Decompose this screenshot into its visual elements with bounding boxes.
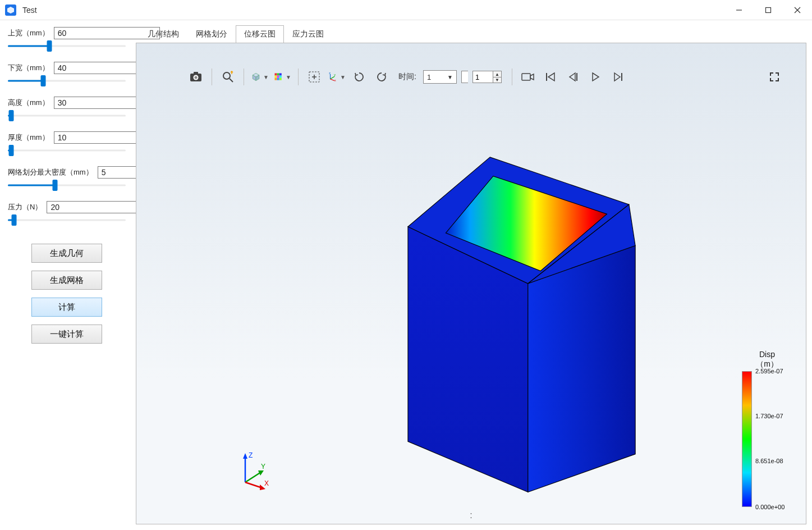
frame-prefix-box — [461, 71, 468, 83]
svg-rect-11 — [194, 72, 198, 74]
tab[interactable]: 网格划分 — [187, 25, 236, 43]
frame-spinner[interactable]: ▲ ▼ — [472, 71, 502, 83]
display-mode-icon[interactable]: ▼ — [251, 68, 269, 86]
first-frame-icon[interactable] — [542, 68, 559, 86]
zoom-auto-icon[interactable] — [219, 68, 237, 86]
generate-mesh-button[interactable]: 生成网格 — [31, 271, 102, 290]
frame-input[interactable] — [472, 71, 493, 83]
svg-text:Y: Y — [261, 463, 265, 470]
param-label: 厚度（mm） — [8, 132, 49, 143]
svg-line-39 — [245, 472, 261, 482]
svg-point-13 — [195, 76, 198, 79]
parameters-panel: 上宽（mm） 下宽（mm） 高度（mm） 厚度（mm） — [0, 20, 132, 530]
param-slider[interactable] — [8, 74, 126, 88]
svg-text:Z: Z — [249, 451, 253, 459]
svg-rect-18 — [279, 73, 282, 75]
svg-text:y: y — [334, 73, 336, 76]
window-title: Test — [22, 6, 37, 15]
svg-marker-6 — [528, 245, 635, 492]
fit-view-icon[interactable] — [305, 68, 323, 86]
window-controls — [724, 0, 812, 20]
viewer-toolbar: ▼ ▼ zyx ▼ — [187, 66, 783, 88]
svg-text:X: X — [264, 479, 269, 487]
svg-text:x: x — [334, 79, 336, 82]
param-slider[interactable] — [8, 179, 126, 192]
generate-geometry-button[interactable]: 生成几何 — [31, 244, 102, 263]
axis-orientation-icon[interactable]: zyx ▼ — [328, 68, 346, 86]
param-row: 上宽（mm） — [8, 27, 126, 53]
title-bar: Test — [0, 0, 812, 20]
expand-icon[interactable] — [765, 68, 783, 86]
frame-down-icon[interactable]: ▼ — [493, 77, 502, 83]
param-slider[interactable] — [8, 144, 126, 157]
param-label: 上宽（mm） — [8, 28, 49, 38]
close-button[interactable] — [783, 0, 812, 20]
param-row: 下宽（mm） — [8, 62, 126, 88]
param-row: 高度（mm） — [8, 97, 126, 122]
play-icon[interactable] — [586, 68, 604, 86]
one-click-compute-button[interactable]: 一键计算 — [31, 325, 102, 344]
color-cube-icon[interactable]: ▼ — [273, 68, 291, 86]
rotate-ccw-icon[interactable] — [350, 68, 368, 86]
time-label: 时间: — [398, 72, 416, 82]
svg-rect-17 — [277, 73, 279, 75]
param-label: 高度（mm） — [8, 98, 49, 108]
svg-line-42 — [245, 482, 262, 488]
svg-rect-22 — [274, 78, 277, 80]
svg-line-30 — [331, 79, 335, 81]
camera-icon[interactable] — [519, 68, 537, 86]
param-label: 压力（N） — [8, 202, 42, 212]
compute-button[interactable]: 计算 — [31, 298, 102, 317]
legend-ticks: 2.595e-07 1.730e-07 8.651e-08 0.000e+00 — [755, 371, 792, 507]
param-slider[interactable] — [8, 109, 126, 122]
param-label: 网络划分最大密度（mm） — [8, 167, 93, 177]
legend-bar — [742, 371, 752, 507]
footer-marker: : — [470, 510, 472, 520]
svg-line-28 — [331, 76, 335, 79]
tab[interactable]: 位移云图 — [236, 25, 284, 43]
time-select-value: 1 — [427, 73, 431, 81]
svg-point-14 — [223, 72, 230, 79]
param-slider[interactable] — [8, 39, 126, 53]
color-legend: Disp （m） 2.595e-07 1.730e-07 8.651e-08 0… — [742, 350, 792, 507]
param-label: 下宽（mm） — [8, 63, 49, 73]
main-area: 几何结构网格划分位移云图应力云图 — [132, 20, 812, 530]
prev-frame-icon[interactable] — [564, 68, 582, 86]
render-canvas[interactable] — [136, 43, 806, 524]
axis-triad: Z Y X — [237, 451, 271, 490]
maximize-button[interactable] — [754, 0, 783, 20]
svg-line-15 — [230, 79, 233, 82]
time-select[interactable]: 1 ▼ — [423, 70, 457, 84]
param-row: 压力（N） — [8, 201, 126, 227]
svg-rect-20 — [277, 76, 279, 78]
rotate-cw-icon[interactable] — [373, 68, 391, 86]
param-row: 厚度（mm） — [8, 131, 126, 157]
tab-bar: 几何结构网格划分位移云图应力云图 — [136, 25, 806, 43]
svg-rect-32 — [522, 74, 530, 80]
param-row: 网络划分最大密度（mm） — [8, 166, 126, 192]
tab[interactable]: 应力云图 — [284, 25, 332, 43]
svg-rect-19 — [274, 76, 277, 78]
minimize-button[interactable] — [724, 0, 754, 20]
svg-rect-2 — [766, 7, 771, 12]
app-icon — [4, 4, 17, 16]
svg-text:z: z — [329, 71, 331, 75]
next-frame-icon[interactable] — [609, 68, 627, 86]
svg-marker-37 — [243, 453, 247, 459]
tab[interactable]: 几何结构 — [139, 25, 187, 43]
svg-rect-24 — [279, 78, 282, 80]
legend-title: Disp （m） — [756, 350, 778, 369]
svg-rect-21 — [279, 76, 282, 78]
screenshot-icon[interactable] — [187, 68, 205, 86]
svg-rect-16 — [274, 73, 277, 75]
svg-rect-23 — [277, 78, 279, 80]
frame-up-icon[interactable]: ▲ — [493, 71, 502, 77]
param-slider[interactable] — [8, 213, 126, 227]
viewer: ▼ ▼ zyx ▼ — [136, 43, 806, 524]
